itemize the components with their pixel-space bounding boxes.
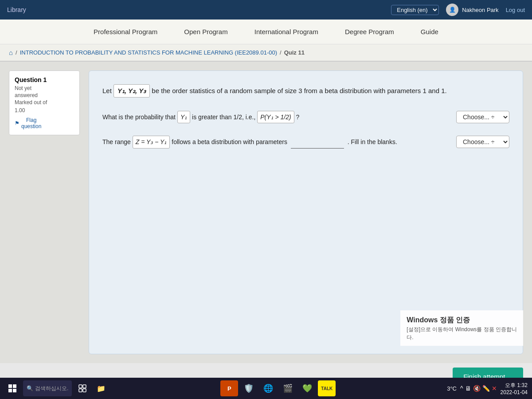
- date-display: 2022-01-04: [501, 389, 528, 395]
- question-intro: Let Y₁, Y₂, Y₃ be the order statistics o…: [102, 84, 509, 98]
- chevron-icon[interactable]: ^: [460, 385, 463, 392]
- marked-label: Marked out of: [15, 99, 74, 106]
- search-taskbar[interactable]: 🔍 검색하십시오.: [23, 380, 72, 396]
- svg-rect-7: [83, 389, 86, 392]
- svg-rect-5: [83, 385, 86, 388]
- start-button[interactable]: [4, 380, 20, 396]
- windows-line2: [설정]으로 이동하여 Windows를 정품 인증합니: [407, 325, 517, 333]
- sidebar: Question 1 Not yet answered Marked out o…: [9, 70, 80, 354]
- taskbar-app-green[interactable]: 💚: [298, 380, 316, 396]
- taskbar-right: 3°C ^ 🖥 🔇 ✏️ ✕ 오후 1:32 2022-01-04: [447, 382, 528, 395]
- flag-button[interactable]: ⚑ Flag question: [15, 117, 41, 129]
- sys-icons: ^ 🖥 🔇 ✏️ ✕: [460, 385, 497, 392]
- breadcrumb-separator1: /: [16, 49, 17, 56]
- sub2-choose[interactable]: Choose... ÷: [456, 136, 509, 148]
- svg-rect-2: [8, 389, 12, 392]
- windows-notice: Windows 정품 인증 [설정]으로 이동하여 Windows를 정품 인증…: [400, 310, 523, 346]
- flag-icon: ⚑: [15, 120, 20, 126]
- nav-international[interactable]: International Program: [254, 26, 318, 37]
- temp-display: 3°C: [447, 385, 457, 392]
- sub2-middle: follows a beta distribution with paramet…: [172, 138, 287, 145]
- nav-open[interactable]: Open Program: [184, 26, 227, 37]
- svg-rect-1: [13, 384, 16, 388]
- intro-rest: be the order statistics of a random samp…: [152, 87, 446, 94]
- windows-line3: 다.: [407, 333, 517, 341]
- question-score: 1.00: [15, 107, 74, 113]
- pen-icon[interactable]: ✏️: [482, 385, 490, 392]
- search-icon: 🔍: [27, 385, 33, 391]
- sub1-middle: is greater than 1/2, i.e.,: [192, 113, 255, 121]
- sub1-prefix: What is the probability that: [102, 113, 176, 121]
- sub-question-2: The range Z = Y₃ − Y₁ follows a beta dis…: [102, 136, 509, 148]
- taskbar-app-chrome[interactable]: 🌐: [259, 380, 277, 396]
- taskbar-app-security[interactable]: 🛡️: [240, 380, 258, 396]
- nav-degree[interactable]: Degree Program: [345, 26, 394, 37]
- taskbar-app-talk[interactable]: TALK: [318, 380, 336, 396]
- taskbar-app-video[interactable]: 🎬: [279, 380, 297, 396]
- user-info: 👤 Nakheon Park: [446, 4, 498, 16]
- svg-rect-4: [79, 385, 82, 388]
- task-view-button[interactable]: [74, 380, 90, 396]
- breadcrumb: ⌂ / INTRODUCTION TO PROBABILITY AND STAT…: [0, 44, 532, 62]
- sub2-suffix: . Fill in the blanks.: [348, 138, 397, 145]
- user-name: Nakheon Park: [462, 7, 498, 13]
- sub2-formula: Z = Y₃ − Y₁: [133, 136, 170, 148]
- logout-button[interactable]: Log out: [506, 7, 525, 13]
- question-nav-box: Question 1 Not yet answered Marked out o…: [9, 70, 80, 135]
- sub1-choose[interactable]: Choose... ÷: [456, 111, 509, 123]
- windows-line1: Windows 정품 인증: [407, 315, 517, 325]
- svg-rect-0: [8, 384, 12, 388]
- sub2-prefix: The range: [102, 138, 131, 145]
- sub1-formula: P(Y₁ > 1/2): [257, 111, 294, 123]
- intro-vars: Y₁, Y₂, Y₃: [113, 84, 150, 98]
- sub1-suffix: ?: [296, 113, 300, 121]
- taskbar-time: 오후 1:32 2022-01-04: [501, 382, 528, 395]
- question-status2: answered: [15, 92, 74, 98]
- svg-rect-6: [79, 389, 82, 392]
- intro-let: Let: [102, 87, 112, 94]
- nav-guide[interactable]: Guide: [421, 26, 438, 37]
- avatar: 👤: [446, 4, 458, 16]
- sub-q2-text: The range Z = Y₃ − Y₁ follows a beta dis…: [102, 136, 447, 148]
- nav-professional[interactable]: Professional Program: [94, 26, 157, 37]
- breadcrumb-separator2: /: [280, 49, 282, 56]
- home-icon[interactable]: ⌂: [9, 49, 13, 56]
- question-status: Not yet: [15, 85, 74, 91]
- top-bar: Library English (en) 👤 Nakheon Park Log …: [0, 0, 532, 20]
- time-display: 오후 1:32: [501, 382, 528, 389]
- sub-q1-text: What is the probability that Y₁ is great…: [102, 111, 447, 123]
- breadcrumb-current: Quiz 11: [284, 49, 305, 56]
- breadcrumb-course[interactable]: INTRODUCTION TO PROBABILITY AND STATISTI…: [20, 49, 277, 56]
- taskbar: 🔍 검색하십시오. 📁 P 🛡️ 🌐 🎬: [0, 378, 532, 399]
- main-nav: Professional Program Open Program Intern…: [0, 20, 532, 44]
- language-selector[interactable]: English (en): [391, 5, 439, 15]
- taskbar-left: 🔍 검색하십시오. 📁: [4, 380, 109, 396]
- sub-question-1: What is the probability that Y₁ is great…: [102, 111, 509, 123]
- search-placeholder: 검색하십시오.: [35, 385, 68, 392]
- taskbar-center: P 🛡️ 🌐 🎬 💚 TALK: [220, 380, 336, 396]
- blank-field: [291, 148, 344, 149]
- close-circle-icon[interactable]: ✕: [492, 385, 497, 392]
- volume-icon[interactable]: 🔇: [473, 385, 481, 392]
- sub1-var: Y₁: [177, 111, 190, 123]
- svg-rect-3: [13, 389, 16, 392]
- file-explorer-button[interactable]: 📁: [93, 380, 109, 396]
- taskbar-app-powerpoint[interactable]: P: [220, 380, 238, 396]
- network-icon: 🖥: [465, 385, 471, 392]
- question-label: Question 1: [15, 76, 74, 83]
- flag-label: Flag question: [21, 117, 41, 129]
- library-link[interactable]: Library: [7, 6, 26, 13]
